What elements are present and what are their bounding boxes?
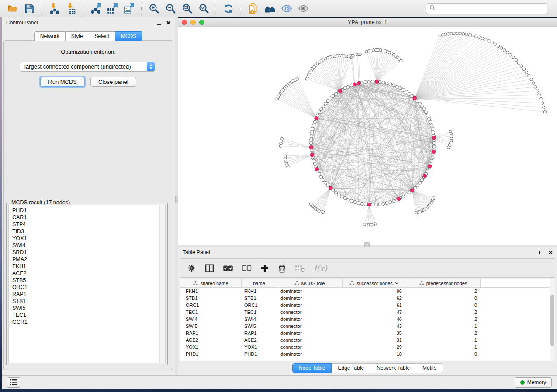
result-list-item[interactable]: CAR1 bbox=[12, 214, 165, 221]
result-list-item[interactable]: TEC1 bbox=[12, 312, 165, 319]
hide-eye-icon[interactable] bbox=[278, 2, 295, 16]
tab-network-table[interactable]: Network Table bbox=[370, 363, 416, 373]
table-row[interactable]: ACE2ACE2connector311 bbox=[180, 337, 555, 344]
zoom-selected-icon[interactable] bbox=[195, 2, 212, 16]
home-networks-icon[interactable] bbox=[262, 2, 278, 16]
table-cell: ACE2 bbox=[242, 337, 277, 343]
table-row[interactable]: TEC1TEC1connector472 bbox=[180, 309, 555, 316]
column-header-shared-name[interactable]: shared name bbox=[180, 279, 242, 287]
table-row[interactable]: PHD1PHD1dominator180 bbox=[180, 351, 555, 358]
settings-gear-icon[interactable] bbox=[187, 264, 196, 272]
result-list-item[interactable]: GCR1 bbox=[12, 319, 165, 326]
result-list-item[interactable]: TID3 bbox=[12, 228, 165, 235]
vertical-splitter[interactable] bbox=[175, 17, 178, 375]
table-cell: SWI5 bbox=[180, 323, 242, 329]
close-panel-button[interactable]: Close panel bbox=[90, 77, 136, 87]
table-row[interactable]: ORC1ORC1dominator610 bbox=[180, 302, 555, 309]
export-network-icon[interactable] bbox=[87, 2, 104, 16]
table-row[interactable]: STB1STB1dominator620 bbox=[180, 295, 555, 302]
result-list-item[interactable]: SWI4 bbox=[12, 242, 165, 249]
refresh-layout-icon[interactable] bbox=[220, 2, 237, 16]
table-cell: TEC1 bbox=[242, 309, 277, 315]
add-column-icon[interactable] bbox=[260, 264, 269, 272]
tab-network[interactable]: Network bbox=[34, 31, 66, 41]
export-image-icon[interactable] bbox=[121, 2, 137, 16]
import-table-icon[interactable] bbox=[62, 2, 79, 16]
result-list-item[interactable]: FKH1 bbox=[12, 263, 165, 270]
result-list-item[interactable]: YOX1 bbox=[12, 235, 165, 242]
result-list-item[interactable]: SRD1 bbox=[12, 249, 165, 256]
float-panel-icon[interactable] bbox=[157, 21, 161, 25]
result-list-item[interactable]: ORC1 bbox=[12, 284, 165, 291]
table-scrollbar[interactable] bbox=[550, 279, 555, 361]
table-cell: STB1 bbox=[180, 296, 242, 301]
close-panel-icon[interactable] bbox=[166, 21, 170, 25]
memory-button[interactable]: Memory bbox=[515, 377, 552, 388]
result-list-item[interactable]: SWI5 bbox=[12, 305, 165, 312]
tab-edge-table[interactable]: Edge Table bbox=[332, 363, 370, 373]
tab-motifs[interactable]: Motifs bbox=[416, 363, 443, 373]
result-list-item[interactable]: RAP1 bbox=[12, 291, 165, 298]
result-list-item[interactable]: STB1 bbox=[12, 298, 165, 305]
table-row[interactable]: FKH1FKH1dominator962 bbox=[180, 288, 555, 295]
control-panel-tabs: NetworkStyleSelectMCDS bbox=[2, 31, 175, 41]
table-cell: 47 bbox=[343, 309, 406, 315]
fx-disabled-icon: f(x) bbox=[314, 264, 327, 273]
select-all-checked-icon[interactable] bbox=[223, 265, 233, 272]
splitter-grip[interactable] bbox=[175, 196, 178, 203]
tab-mcds[interactable]: MCDS bbox=[115, 31, 142, 41]
toolbar-separator bbox=[241, 3, 241, 15]
preview-eye-icon[interactable] bbox=[295, 2, 311, 16]
run-mcds-button[interactable]: Run MCDS bbox=[40, 77, 85, 87]
tab-style[interactable]: Style bbox=[66, 31, 89, 41]
export-table-icon[interactable] bbox=[104, 2, 121, 16]
show-columns-icon[interactable] bbox=[205, 264, 214, 273]
open-session-icon[interactable] bbox=[4, 2, 21, 16]
table-cell: 46 bbox=[343, 316, 406, 322]
table-cell: 2 bbox=[406, 330, 481, 336]
table-row[interactable]: RAP1RAP1dominator352 bbox=[180, 330, 555, 337]
column-header-name[interactable]: name bbox=[242, 279, 277, 287]
optimization-criterion-label: Optimization criterion: bbox=[4, 48, 173, 55]
save-session-icon[interactable] bbox=[21, 2, 38, 16]
search-input[interactable] bbox=[438, 5, 544, 12]
table-scrollbar-thumb[interactable] bbox=[550, 295, 554, 346]
table-panel: Table Panel f(x) shared namenameMCDS rol… bbox=[178, 247, 557, 375]
table-cell: 61 bbox=[343, 303, 406, 308]
table-header-row: shared namenameMCDS rolesuccessor nodesp… bbox=[180, 279, 555, 288]
column-header-predecessor-nodes[interactable]: predecessor nodes bbox=[406, 279, 481, 287]
table-cell: FKH1 bbox=[242, 289, 277, 294]
table-cell: dominator bbox=[277, 330, 343, 336]
zoom-in-icon[interactable] bbox=[145, 2, 162, 16]
criterion-select[interactable]: largest connected component (undirected) bbox=[20, 62, 156, 72]
table-cell: dominator bbox=[277, 296, 343, 301]
tab-node-table[interactable]: Node Table bbox=[292, 363, 332, 373]
result-list-item[interactable]: PMA2 bbox=[12, 256, 165, 263]
result-list-item[interactable]: PHD1 bbox=[12, 207, 165, 214]
float-table-panel-icon[interactable] bbox=[539, 251, 543, 254]
column-header-MCDS-role[interactable]: MCDS role bbox=[277, 279, 343, 287]
table-row[interactable]: SWI4SWI4dominator462 bbox=[180, 316, 555, 323]
result-list-scrollbar[interactable] bbox=[159, 205, 165, 363]
result-list-item[interactable]: STP4 bbox=[12, 221, 165, 228]
close-table-panel-icon[interactable] bbox=[549, 251, 553, 254]
table-row[interactable]: YOX1YOX1connector291 bbox=[180, 344, 555, 351]
zoom-fit-icon[interactable] bbox=[179, 2, 195, 16]
table-cell: PHD1 bbox=[242, 351, 277, 357]
table-cell: connector bbox=[277, 323, 343, 329]
tab-select[interactable]: Select bbox=[89, 31, 115, 41]
mcds-document-icon[interactable] bbox=[245, 2, 262, 16]
result-list-item[interactable]: STB5 bbox=[12, 277, 165, 284]
result-list-item[interactable]: ACE2 bbox=[12, 270, 165, 277]
search-box[interactable] bbox=[426, 3, 547, 14]
table-row[interactable]: SWI5SWI5connector431 bbox=[180, 323, 555, 330]
table-cell: 31 bbox=[343, 337, 406, 343]
column-header-successor-nodes[interactable]: successor nodes bbox=[343, 279, 406, 287]
toolbar-separator bbox=[42, 3, 42, 15]
import-network-icon[interactable] bbox=[46, 2, 62, 16]
panel-list-button[interactable] bbox=[7, 377, 20, 388]
delete-column-icon[interactable] bbox=[278, 264, 286, 273]
unselect-all-icon[interactable] bbox=[242, 265, 252, 271]
network-canvas[interactable] bbox=[178, 27, 557, 245]
zoom-out-icon[interactable] bbox=[162, 2, 179, 16]
